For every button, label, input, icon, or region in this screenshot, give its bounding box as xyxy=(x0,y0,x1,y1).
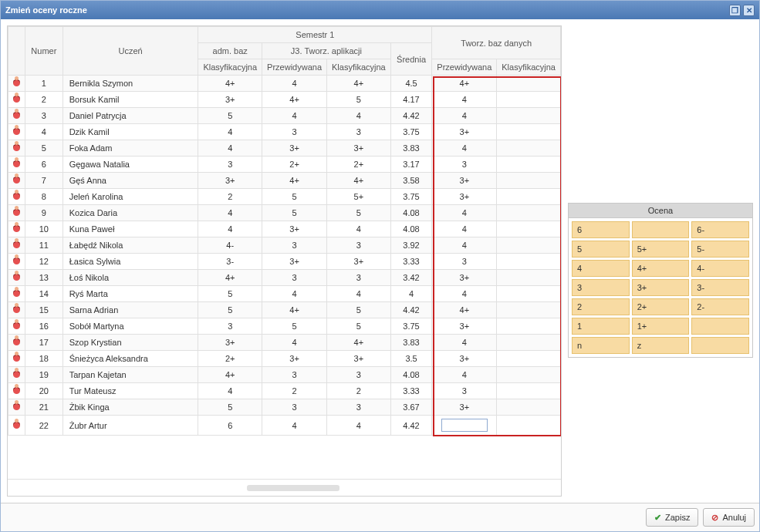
cell-tbd-przew[interactable]: 3 xyxy=(432,157,497,173)
grade-button-empty[interactable] xyxy=(691,318,749,335)
cell-tbd-przew[interactable]: 4 xyxy=(432,335,497,351)
grade-button-4[interactable]: 4 xyxy=(572,260,630,277)
cell-tbd-klasyf[interactable] xyxy=(497,254,561,270)
cell-tbd-przew[interactable]: 3+ xyxy=(432,270,497,286)
grade-button-4plus[interactable]: 4+ xyxy=(632,260,690,277)
table-row[interactable]: 19Tarpan Kajetan4+334.084 xyxy=(8,367,561,383)
grade-button-n[interactable]: n xyxy=(572,337,630,354)
grade-button-6minus[interactable]: 6- xyxy=(691,221,749,238)
grade-button-3minus[interactable]: 3- xyxy=(691,279,749,296)
cell-tbd-klasyf[interactable] xyxy=(497,335,561,351)
grade-input[interactable] xyxy=(441,419,488,432)
cell-tbd-klasyf[interactable] xyxy=(497,399,561,416)
cell-tbd-przew[interactable]: 4 xyxy=(432,221,497,237)
table-row[interactable]: 9Kozica Daria4554.084 xyxy=(8,205,561,221)
table-row[interactable]: 17Szop Krystian3+44+3.834 xyxy=(8,335,561,351)
cell-tbd-przew[interactable]: 3+ xyxy=(432,318,497,335)
cell-tbd-klasyf[interactable] xyxy=(497,108,561,124)
table-row[interactable]: 13Łoś Nikola4+333.423+ xyxy=(8,270,561,286)
cell-name: Śnieżyca Aleksandra xyxy=(62,351,198,367)
cell-tbd-klasyf[interactable] xyxy=(497,189,561,205)
table-row[interactable]: 22Żubr Artur6444.42 xyxy=(8,416,561,436)
cell-tbd-przew[interactable]: 3 xyxy=(432,383,497,399)
cell-tbd-klasyf[interactable] xyxy=(497,237,561,254)
grade-button-2plus[interactable]: 2+ xyxy=(632,298,690,315)
cell-tbd-przew[interactable]: 4+ xyxy=(432,76,497,92)
table-row[interactable]: 1Bernikla Szymon4+44+4.54+ xyxy=(8,76,561,92)
cell-tbd-przew[interactable]: 3+ xyxy=(432,399,497,416)
horizontal-scrollbar[interactable]: ‹ › xyxy=(8,479,561,496)
cell-tbd-przew[interactable]: 3+ xyxy=(432,351,497,367)
cell-tbd-klasyf[interactable] xyxy=(497,76,561,92)
grade-button-5minus[interactable]: 5- xyxy=(691,241,749,258)
cell-tbd-klasyf[interactable] xyxy=(497,270,561,286)
cell-tbd-przew[interactable]: 4 xyxy=(432,205,497,221)
cell-tbd-klasyf[interactable] xyxy=(497,383,561,399)
cell-tbd-klasyf[interactable] xyxy=(497,221,561,237)
save-button[interactable]: ✔ Zapisz xyxy=(646,508,698,527)
cell-tbd-klasyf[interactable] xyxy=(497,205,561,221)
cell-tbd-klasyf[interactable] xyxy=(497,318,561,335)
grade-button-2[interactable]: 2 xyxy=(572,298,630,315)
table-row[interactable]: 8Jeleń Karolina255+3.753+ xyxy=(8,189,561,205)
grade-button-empty[interactable] xyxy=(691,337,749,354)
cell-tbd-klasyf[interactable] xyxy=(497,173,561,189)
cell-tbd-klasyf[interactable] xyxy=(497,92,561,108)
cell-tbd-klasyf[interactable] xyxy=(497,416,561,436)
cell-tbd-przew[interactable]: 3+ xyxy=(432,189,497,205)
user-icon-cell xyxy=(8,124,25,140)
table-row[interactable]: 5Foka Adam43+3+3.834 xyxy=(8,140,561,157)
cell-adm-klasyf: 5 xyxy=(198,399,262,416)
cell-tbd-przew[interactable]: 4 xyxy=(432,367,497,383)
cell-tbd-przew[interactable]: 4 xyxy=(432,108,497,124)
table-row[interactable]: 6Gęgawa Natalia32+2+3.173 xyxy=(8,157,561,173)
grade-button-4minus[interactable]: 4- xyxy=(691,260,749,277)
cell-tbd-przew[interactable]: 4 xyxy=(432,140,497,157)
grade-button-3plus[interactable]: 3+ xyxy=(632,279,690,296)
cell-tbd-przew[interactable]: 3+ xyxy=(432,173,497,189)
table-row[interactable]: 10Kuna Paweł43+44.084 xyxy=(8,221,561,237)
table-row[interactable]: 12Łasica Sylwia3-3+3+3.333 xyxy=(8,254,561,270)
cell-tbd-przew[interactable]: 3 xyxy=(432,254,497,270)
table-row[interactable]: 11Łabędź Nikola4-333.924 xyxy=(8,237,561,254)
grade-button-2minus[interactable]: 2- xyxy=(691,298,749,315)
cell-tbd-klasyf[interactable] xyxy=(497,157,561,173)
maximize-button[interactable]: ❐ xyxy=(729,5,741,16)
table-row[interactable]: 21Żbik Kinga5333.673+ xyxy=(8,399,561,416)
table-row[interactable]: 14Ryś Marta54444 xyxy=(8,286,561,302)
grid-scroll[interactable]: Numer Uczeń Semestr 1 Tworz. baz danych … xyxy=(8,26,561,479)
cell-tbd-przew[interactable]: 4 xyxy=(432,286,497,302)
cell-tbd-przew[interactable]: 4 xyxy=(432,237,497,254)
cell-tbd-klasyf[interactable] xyxy=(497,302,561,318)
table-row[interactable]: 7Gęś Anna3+4+4+3.583+ xyxy=(8,173,561,189)
grade-button-z[interactable]: z xyxy=(632,337,690,354)
table-row[interactable]: 16Sobół Martyna3553.753+ xyxy=(8,318,561,335)
table-row[interactable]: 2Borsuk Kamil3+4+54.174 xyxy=(8,92,561,108)
table-row[interactable]: 18Śnieżyca Aleksandra2+3+3+3.53+ xyxy=(8,351,561,367)
cell-tbd-przew[interactable]: 4 xyxy=(432,92,497,108)
cell-tbd-klasyf[interactable] xyxy=(497,140,561,157)
cell-tbd-przew[interactable]: 4+ xyxy=(432,302,497,318)
table-row[interactable]: 20Tur Mateusz4223.333 xyxy=(8,383,561,399)
grade-button-6[interactable]: 6 xyxy=(572,221,630,238)
close-button[interactable]: ✕ xyxy=(743,5,755,16)
table-row[interactable]: 3Daniel Patrycja5444.424 xyxy=(8,108,561,124)
scroll-thumb[interactable] xyxy=(247,485,339,491)
cancel-button[interactable]: ⊘ Anuluj xyxy=(703,508,755,527)
grade-button-5[interactable]: 5 xyxy=(572,241,630,258)
cell-tbd-klasyf[interactable] xyxy=(497,367,561,383)
cell-tbd-klasyf[interactable] xyxy=(497,286,561,302)
grade-button-1plus[interactable]: 1+ xyxy=(632,318,690,335)
cell-tbd-klasyf[interactable] xyxy=(497,124,561,140)
grade-button-3[interactable]: 3 xyxy=(572,279,630,296)
table-row[interactable]: 15Sarna Adrian54+54.424+ xyxy=(8,302,561,318)
table-row[interactable]: 4Dzik Kamil4333.753+ xyxy=(8,124,561,140)
cell-tbd-przew[interactable]: 3+ xyxy=(432,124,497,140)
cell-tbd-klasyf[interactable] xyxy=(497,351,561,367)
grade-button-5plus[interactable]: 5+ xyxy=(632,241,690,258)
grade-button-1[interactable]: 1 xyxy=(572,318,630,335)
cell-tbd-przew[interactable] xyxy=(432,416,497,436)
cell-num: 9 xyxy=(25,205,63,221)
col-srednia: Średnia xyxy=(390,43,432,76)
grade-button-empty[interactable] xyxy=(632,221,690,238)
